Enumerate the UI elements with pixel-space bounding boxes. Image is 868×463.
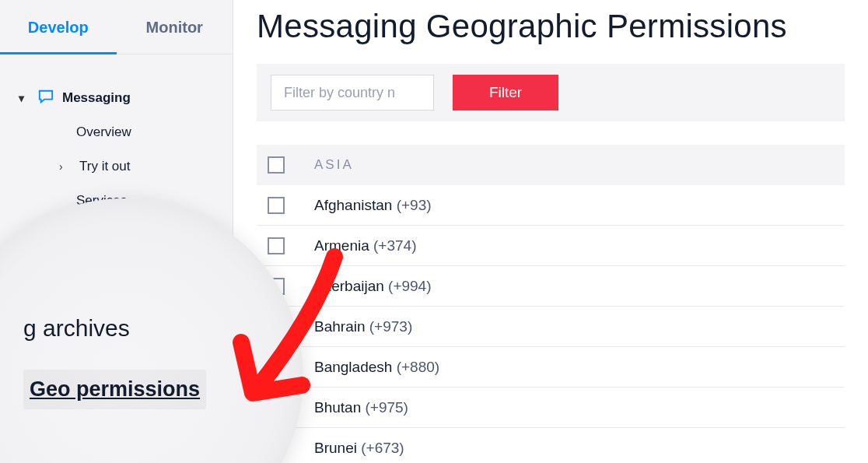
country-code: (+673) [361, 440, 404, 456]
country-code: (+374) [373, 237, 416, 254]
filter-bar: Filter [257, 64, 845, 121]
chevron-down-icon: ▾ [19, 92, 33, 104]
table-row: Brunei (+673) [257, 428, 845, 463]
country-code: (+994) [388, 278, 431, 294]
country-name: Afghanistan (+93) [314, 197, 432, 214]
filter-button[interactable]: Filter [453, 75, 558, 110]
country-code: (+880) [397, 359, 439, 375]
region-label: ASIA [314, 157, 354, 173]
sidebar-section-label: Messaging [62, 90, 131, 106]
sidebar-section-messaging[interactable]: ▾ Messaging [0, 81, 233, 115]
chevron-right-icon: › [59, 160, 73, 173]
annotation-arrow-icon [202, 249, 373, 428]
page-title: Messaging Geographic Permissions [257, 8, 845, 45]
chat-icon [37, 89, 54, 108]
region-header: ASIA [257, 145, 845, 185]
filter-input[interactable] [271, 75, 434, 110]
country-name: Brunei (+673) [314, 440, 404, 457]
sidebar-item-tryit[interactable]: › Try it out [0, 149, 233, 184]
sidebar: Develop Monitor ▾ Messaging Overview › T… [0, 0, 233, 463]
table-row: Afghanistan (+93) [257, 185, 845, 226]
country-checkbox[interactable] [268, 197, 285, 214]
country-code: (+973) [369, 318, 412, 335]
country-code: (+93) [397, 197, 432, 213]
sidebar-item-label: Try it out [79, 159, 131, 174]
sidebar-item-overview[interactable]: Overview [0, 115, 233, 149]
sidebar-tabs: Develop Monitor [0, 0, 233, 54]
tab-develop[interactable]: Develop [0, 0, 117, 54]
tab-monitor[interactable]: Monitor [117, 0, 233, 54]
sidebar-item-geo-permissions[interactable]: Geo permissions [23, 370, 206, 409]
sidebar-item-label: Overview [76, 125, 131, 140]
sidebar-item-log-archives[interactable]: g archives [23, 315, 206, 342]
select-all-checkbox[interactable] [268, 156, 285, 174]
